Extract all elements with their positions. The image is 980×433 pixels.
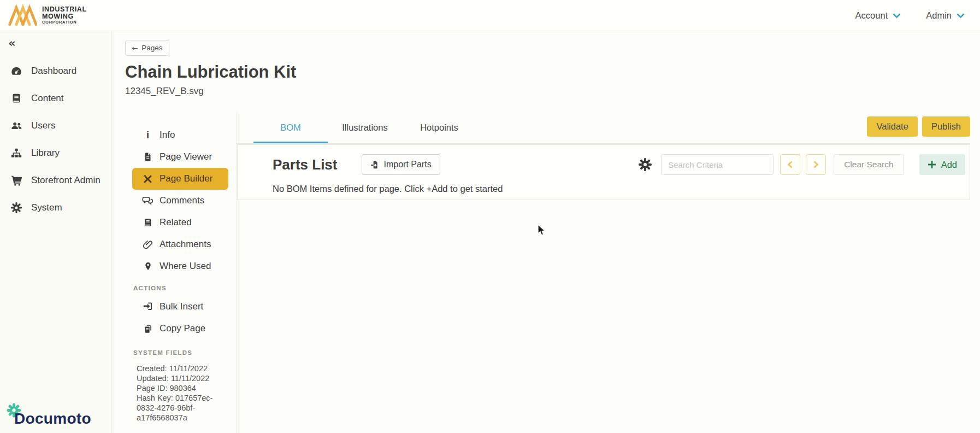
panel-item-related[interactable]: Related (125, 212, 237, 233)
account-menu[interactable]: Account (855, 10, 901, 21)
panel-item-where-used[interactable]: Where Used (125, 255, 237, 277)
next-page-button[interactable] (806, 154, 826, 175)
field-created: Created: 11/11/2022 (137, 364, 232, 373)
panel-action-copy-page[interactable]: Copy Page (125, 318, 237, 340)
sidebar-item-users[interactable]: Users (0, 112, 111, 139)
gauge-icon (10, 65, 23, 77)
documoto-logo: Documoto (5, 402, 109, 430)
tab-bar: BOM Illustrations Hotpoints (237, 112, 970, 144)
panel-item-page-builder[interactable]: Page Builder (132, 168, 228, 190)
sidebar-item-label: System (31, 202, 62, 213)
collapse-sidebar-icon[interactable]: « (8, 37, 16, 50)
book-icon (142, 218, 154, 228)
panel-item-label: Info (160, 130, 175, 141)
sidebar-item-label: Dashboard (31, 66, 76, 77)
panel-action-bulk-insert[interactable]: Bulk Insert (125, 296, 237, 318)
back-button-label: Pages (141, 44, 162, 52)
back-arrow-icon: ← (132, 44, 138, 52)
page-filename: 12345_REV_B.svg (125, 86, 204, 97)
tab-hotpoints[interactable]: Hotpoints (402, 112, 476, 143)
tab-illustrations[interactable]: Illustrations (328, 112, 402, 143)
publish-button[interactable]: Publish (922, 116, 970, 137)
import-parts-button[interactable]: Import Parts (362, 154, 440, 175)
book-icon (10, 93, 23, 104)
sidebar-item-label: Content (31, 93, 64, 104)
panel-item-label: Page Builder (160, 173, 212, 184)
panel-item-comments[interactable]: Comments (125, 190, 237, 212)
page-tools-panel: i Info Page Viewer Page Builder Comments (125, 112, 237, 433)
panel-item-label: Page Viewer (160, 151, 212, 162)
main-nav: Dashboard Content Users Library Storefro… (0, 57, 111, 221)
main-content: ← Pages Chain Lubrication Kit 12345_REV_… (112, 31, 980, 433)
chevron-right-icon (812, 160, 819, 169)
sidebar-item-label: Library (31, 148, 60, 159)
parts-list-title: Parts List (273, 156, 338, 173)
sidebar-item-content[interactable]: Content (0, 85, 111, 112)
system-fields-section-label: SYSTEM FIELDS (125, 349, 237, 356)
sidebar-item-library[interactable]: Library (0, 139, 111, 167)
previous-page-button[interactable] (780, 154, 800, 175)
panel-item-label: Attachments (160, 239, 211, 250)
search-criteria-input[interactable] (661, 154, 774, 175)
tab-bom[interactable]: BOM (253, 112, 328, 143)
cart-icon (10, 174, 23, 187)
main-sidebar: « Dashboard Content Users Library (0, 31, 112, 433)
parts-list-panel: Parts List Import Parts Clear Search (237, 144, 970, 200)
actions-section-label: ACTIONS (125, 285, 237, 291)
info-icon: i (142, 130, 154, 140)
field-page-id: Page ID: 980364 (137, 383, 232, 393)
sign-in-icon (142, 302, 154, 312)
panel-item-label: Copy Page (160, 323, 205, 334)
panel-item-info[interactable]: i Info (125, 124, 237, 146)
chevron-down-icon (957, 13, 965, 19)
file-icon (142, 151, 154, 162)
add-bom-item-button[interactable]: Add (919, 154, 965, 175)
sidebar-item-system[interactable]: System (0, 194, 111, 221)
field-hash-key: Hash Key: 017657ec-0832-4276-96bf-a17f65… (137, 393, 232, 423)
tools-icon (142, 174, 154, 184)
back-to-pages-button[interactable]: ← Pages (125, 40, 169, 56)
sidebar-item-label: Users (31, 120, 55, 131)
mowing-logo-mark-icon (8, 4, 37, 27)
panel-item-page-viewer[interactable]: Page Viewer (125, 146, 237, 168)
comments-icon (142, 196, 154, 206)
panel-item-attachments[interactable]: Attachments (125, 233, 237, 255)
sidebar-item-label: Storefront Admin (31, 175, 101, 186)
gear-icon (10, 202, 23, 214)
paperclip-icon (142, 239, 154, 250)
sitemap-icon (10, 147, 23, 159)
account-menu-label: Account (855, 10, 888, 21)
workspace: BOM Illustrations Hotpoints Validate Pub… (237, 112, 970, 200)
clear-search-button[interactable]: Clear Search (834, 154, 904, 175)
page-title: Chain Lubrication Kit (125, 62, 296, 82)
panel-item-label: Comments (160, 195, 204, 206)
sidebar-item-storefront-admin[interactable]: Storefront Admin (0, 167, 111, 194)
users-icon (10, 120, 23, 132)
plus-icon (928, 160, 936, 169)
add-button-label: Add (941, 160, 957, 170)
copy-icon (142, 324, 154, 334)
field-updated: Updated: 11/11/2022 (137, 373, 232, 383)
chevron-down-icon (893, 13, 901, 19)
bom-settings-gear-icon[interactable] (638, 157, 652, 172)
company-logo[interactable]: INDUSTRIAL MOWING CORPORATION (0, 4, 87, 27)
panel-item-label: Related (160, 217, 192, 228)
sidebar-item-dashboard[interactable]: Dashboard (0, 57, 111, 85)
top-header: INDUSTRIAL MOWING CORPORATION Account Ad… (0, 0, 980, 31)
admin-menu[interactable]: Admin (926, 10, 965, 21)
panel-item-label: Bulk Insert (160, 301, 203, 312)
map-marker-icon (142, 261, 154, 272)
import-parts-label: Import Parts (384, 160, 432, 169)
documoto-wordmark: Documoto (14, 410, 91, 428)
admin-menu-label: Admin (926, 10, 952, 21)
panel-item-label: Where Used (160, 261, 211, 272)
file-import-icon (370, 160, 379, 169)
chevron-left-icon (787, 160, 794, 169)
empty-bom-message: No BOM Items defined for page. Click +Ad… (273, 184, 970, 194)
validate-button[interactable]: Validate (867, 116, 917, 137)
logo-line3: CORPORATION (42, 20, 87, 25)
